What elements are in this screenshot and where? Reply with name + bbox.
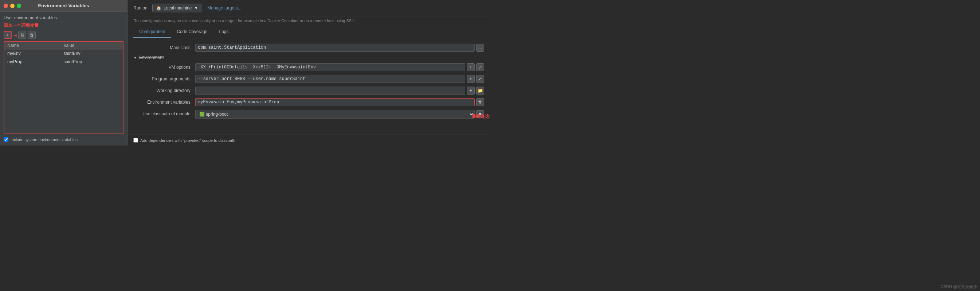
env-table: Name Value myEnv saintEnv myProp saintPr… [4, 41, 124, 134]
vm-options-value-container: + ⤢ [195, 63, 484, 71]
program-args-add-button[interactable]: + [467, 75, 475, 83]
maximize-button[interactable] [17, 4, 21, 8]
classpath-row: Use classpath of module: 🟩 spring-boot ▼ [127, 108, 490, 120]
env-name-cell: myEnv [7, 51, 64, 56]
env-vars-value-container: 🗑 [195, 98, 484, 106]
arrow-indicator: ◀ [14, 33, 17, 37]
main-class-row: Main class: … [127, 42, 490, 54]
expander-arrow-icon: ▼ [133, 55, 137, 60]
env-vars-label: Environment variables: [133, 98, 192, 105]
tab-code-coverage[interactable]: Code Coverage [171, 26, 213, 38]
working-dir-browse-button[interactable]: 📁 [476, 87, 484, 95]
run-description: Run configurations may be executed local… [127, 16, 490, 26]
env-toolbar: + ◀ ⎘ 🗑 [4, 31, 124, 39]
classpath-label: Use classpath of module: [133, 110, 192, 116]
annotation-final: 最终是这样 [472, 114, 490, 120]
tab-logs[interactable]: Logs [213, 26, 234, 38]
main-class-label: Main class: [133, 44, 192, 50]
run-on-bar: Run on: 🏠 Local machine ▼ Manage targets… [127, 0, 490, 16]
include-system-env: Include system environment variables: [4, 137, 124, 142]
table-header: Name Value [4, 42, 123, 49]
add-deps-row: Add dependencies with "provided" scope t… [133, 138, 235, 142]
working-dir-add-button[interactable]: + [467, 87, 475, 95]
table-row[interactable]: myEnv saintEnv [4, 49, 123, 58]
run-config-panel: Run on: 🏠 Local machine ▼ Manage targets… [127, 0, 490, 146]
col-name-header: Name [7, 43, 64, 48]
program-args-input[interactable] [195, 75, 465, 83]
working-dir-input[interactable] [195, 87, 465, 95]
bottom-bar: Add dependencies with "provided" scope t… [127, 134, 490, 146]
program-args-row: Program arguments: + ⤢ [127, 73, 490, 85]
classpath-value-container: 🟩 spring-boot ▼ [195, 110, 484, 119]
dialog-title-bar: Environment Variables [0, 0, 127, 12]
vm-options-expand-button[interactable]: ⤢ [476, 63, 484, 71]
env-variables-dialog: Environment Variables User environment v… [0, 0, 127, 146]
annotation-add-env: 添加一个环境变量 [4, 22, 39, 29]
env-vars-edit-button[interactable]: 🗑 [476, 98, 484, 106]
vm-options-add-button[interactable]: + [467, 63, 475, 71]
home-icon: 🏠 [156, 6, 161, 11]
env-value-cell: saintProp [64, 59, 120, 64]
run-on-value: Local machine [164, 5, 192, 11]
environment-section-label: Environment [139, 55, 164, 60]
tab-configuration[interactable]: Configuration [133, 26, 171, 38]
run-on-label: Run on: [133, 5, 149, 11]
program-args-label: Program arguments: [133, 75, 192, 81]
add-deps-checkbox[interactable] [133, 138, 138, 142]
vm-options-label: VM options: [133, 63, 192, 70]
manage-targets-link[interactable]: Manage targets... [207, 5, 241, 11]
vm-options-row: VM options: + ⤢ [127, 62, 490, 73]
dialog-content: User environment variables: 添加一个环境变量 + ◀… [0, 12, 127, 146]
working-dir-label: Working directory: [133, 87, 192, 93]
user-env-label: User environment variables: [4, 15, 124, 21]
table-body: myEnv saintEnv myProp saintProp [4, 49, 123, 66]
environment-section[interactable]: ▼ Environment [127, 54, 490, 62]
program-args-value-container: + ⤢ [195, 75, 484, 83]
add-deps-label: Add dependencies with "provided" scope t… [140, 138, 235, 142]
delete-env-button[interactable]: 🗑 [28, 31, 36, 39]
working-dir-value-container: + 📁 [195, 87, 484, 95]
config-area: Main class: … ▼ Environment VM options: … [127, 38, 490, 134]
dialog-title: Environment Variables [38, 3, 89, 8]
env-vars-input[interactable] [195, 98, 475, 106]
run-on-dropdown[interactable]: 🏠 Local machine ▼ [152, 4, 202, 13]
program-args-expand-button[interactable]: ⤢ [476, 75, 484, 83]
table-row[interactable]: myProp saintProp [4, 58, 123, 66]
env-vars-row: Environment variables: 🗑 最终是这样 [127, 96, 490, 108]
main-class-value-container: … [195, 44, 484, 52]
working-dir-row: Working directory: + 📁 [127, 85, 490, 96]
classpath-select[interactable]: 🟩 spring-boot [195, 110, 475, 119]
copy-env-button[interactable]: ⎘ [18, 31, 26, 39]
traffic-lights [4, 4, 21, 8]
main-class-browse-button[interactable]: … [476, 44, 484, 52]
env-value-cell: saintEnv [64, 51, 120, 56]
vm-options-input[interactable] [195, 63, 465, 71]
tabs-bar: Configuration Code Coverage Logs [127, 26, 490, 38]
system-env-checkbox[interactable] [4, 137, 8, 142]
minimize-button[interactable] [10, 4, 14, 8]
env-name-cell: myProp [7, 59, 64, 64]
col-value-header: Value [64, 43, 120, 48]
add-env-button[interactable]: + [4, 31, 12, 39]
main-class-input[interactable] [195, 44, 475, 52]
close-button[interactable] [4, 4, 8, 8]
dropdown-arrow-icon: ▼ [194, 5, 198, 11]
